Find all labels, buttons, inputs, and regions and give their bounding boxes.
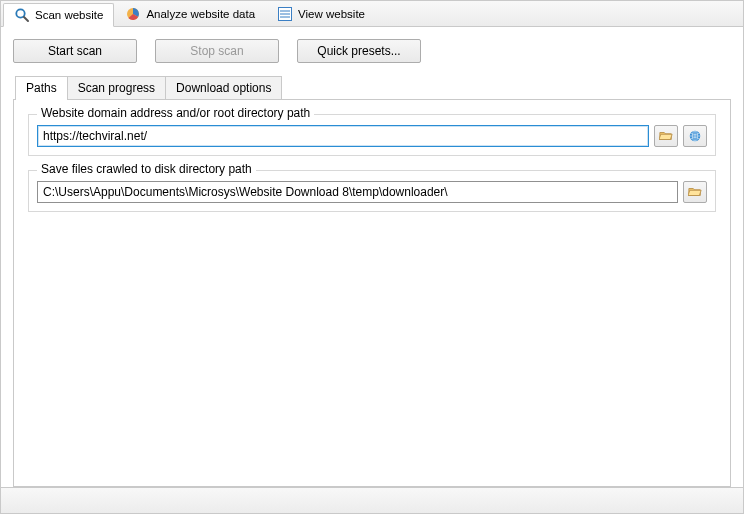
browse-folder-button[interactable] <box>654 125 678 147</box>
tab-view-website-label: View website <box>298 8 365 20</box>
group-website-domain: Website domain address and/or root direc… <box>28 114 716 156</box>
browse-web-button[interactable] <box>683 125 707 147</box>
svg-line-1 <box>24 17 28 21</box>
folder-open-icon <box>659 129 673 143</box>
action-button-row: Start scan Stop scan Quick presets... <box>13 39 731 63</box>
save-path-input[interactable] <box>37 181 678 203</box>
group-save-path: Save files crawled to disk directory pat… <box>28 170 716 212</box>
status-bar <box>1 487 743 513</box>
group-website-domain-label: Website domain address and/or root direc… <box>37 106 314 120</box>
tab-analyze-data-label: Analyze website data <box>146 8 255 20</box>
start-scan-button[interactable]: Start scan <box>13 39 137 63</box>
website-domain-input[interactable] <box>37 125 649 147</box>
list-view-icon <box>277 6 293 22</box>
magnifier-icon <box>14 7 30 23</box>
tab-content-paths: Website domain address and/or root direc… <box>13 99 731 487</box>
subtab-paths[interactable]: Paths <box>15 76 68 100</box>
top-toolbar: Scan website Analyze website data View w… <box>1 1 743 27</box>
tab-view-website[interactable]: View website <box>266 2 376 26</box>
tab-analyze-data[interactable]: Analyze website data <box>114 2 266 26</box>
pie-chart-icon <box>125 6 141 22</box>
main-panel: Start scan Stop scan Quick presets... Pa… <box>1 27 743 487</box>
subtab-bar: Paths Scan progress Download options <box>13 75 731 99</box>
tab-scan-website[interactable]: Scan website <box>3 3 114 27</box>
quick-presets-button[interactable]: Quick presets... <box>297 39 421 63</box>
browse-save-folder-button[interactable] <box>683 181 707 203</box>
subtab-scan-progress[interactable]: Scan progress <box>67 76 166 99</box>
folder-open-icon <box>688 185 702 199</box>
globe-icon <box>688 129 702 143</box>
group-save-path-label: Save files crawled to disk directory pat… <box>37 162 256 176</box>
tab-scan-website-label: Scan website <box>35 9 103 21</box>
subtab-download-options[interactable]: Download options <box>165 76 282 99</box>
stop-scan-button: Stop scan <box>155 39 279 63</box>
